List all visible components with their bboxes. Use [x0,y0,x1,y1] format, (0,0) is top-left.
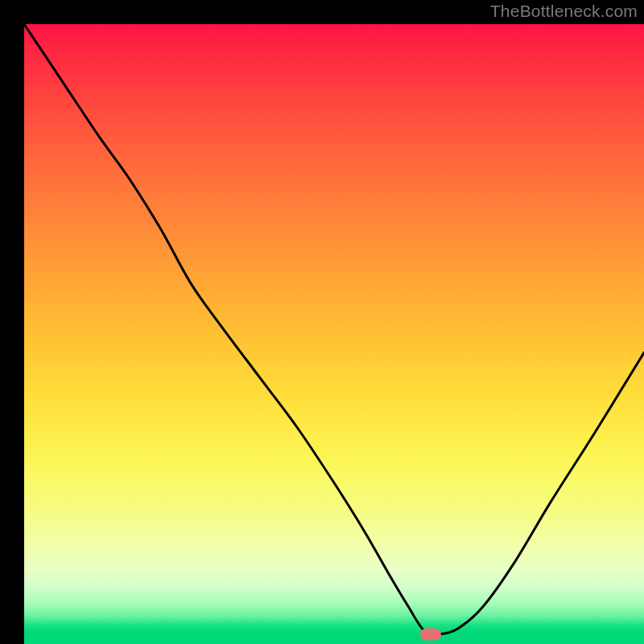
bottleneck-curve [24,24,644,634]
plot-area [24,24,644,644]
chart-frame: TheBottleneck.com [0,0,644,644]
optimal-marker [420,628,441,640]
curve-svg [24,24,644,644]
watermark-text: TheBottleneck.com [490,2,638,21]
